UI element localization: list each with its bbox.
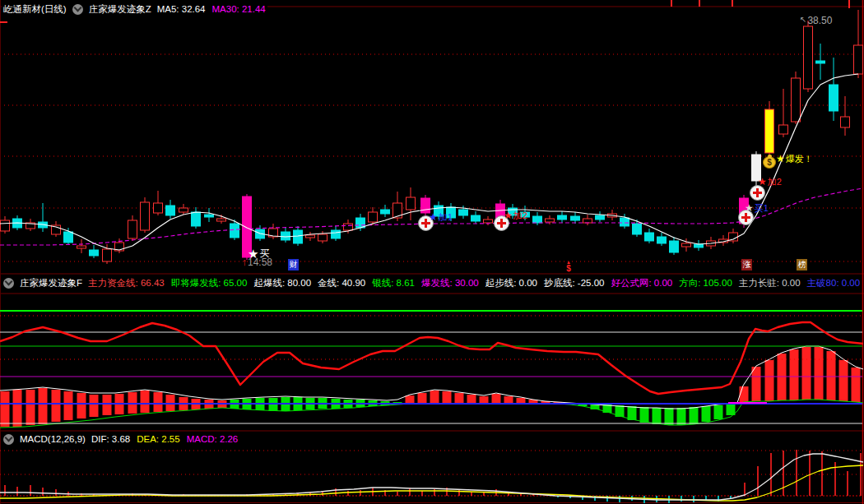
chart-canvas [0,0,864,504]
main-chart-header: 屹通新材(日线) 庄家爆发迹象Z MA5: 32.64MA30: 21.44 [2,3,267,15]
chevron-down-icon[interactable] [72,4,83,15]
indicator-field: 主破80: 0.00 [807,277,861,289]
macd-field: DIF: 3.68 [91,433,130,445]
indicator-field: 抄底线: -25.00 [544,277,605,289]
indicator-field: 起爆线: 80.00 [253,277,311,289]
indicator-field: 银线: 8.61 [372,277,415,289]
indicator-values: 主力资金线: 66.43即将爆发线: 65.00起爆线: 80.00金线: 40… [88,277,860,289]
macd-field: DEA: 2.55 [137,433,179,445]
indicator-panel-name: 庄家爆发迹象F [20,277,82,289]
chevron-down-icon[interactable] [3,434,14,445]
ma-values: MA5: 32.64MA30: 21.44 [157,3,266,15]
macd-values: DIF: 3.68DEA: 2.55MACD: 2.26 [91,433,238,445]
main-indicator-name: 庄家爆发迹象Z [89,3,151,15]
indicator-field: 主力长驻: 0.00 [739,277,801,289]
news-chip-zhang[interactable]: 涨 [741,259,752,270]
tdx-chart-window: ★买↑14:58财★加1★加2▲$★买1★加2$★爆发！涨榜↖38.50 屹通新… [0,0,864,504]
indicator-field: 起步线: 0.00 [485,277,537,289]
indicator-field: 好公式网: 0.00 [611,277,672,289]
indicator-panel-header: 庄家爆发迹象F 主力资金线: 66.43即将爆发线: 65.00起爆线: 80.… [2,277,862,289]
news-chip-bang[interactable]: 榜 [797,259,807,270]
macd-panel-name: MACD(12,26,9) [20,433,86,445]
indicator-field: 即将爆发线: 65.00 [171,277,248,289]
indicator-field: 方向: 105.00 [679,277,732,289]
indicator-field: 主力资金线: 66.43 [88,277,165,289]
news-chip-cai[interactable]: 财 [288,259,299,270]
indicator-field: 金线: 40.90 [318,277,365,289]
indicator-field: 爆发线: 30.00 [421,277,479,289]
ma-value: MA30: 21.44 [212,3,266,15]
macd-panel-header: MACD(12,26,9) DIF: 3.68DEA: 2.55MACD: 2.… [2,433,239,445]
macd-field: MACD: 2.26 [187,433,239,445]
chevron-down-icon[interactable] [3,278,14,289]
stock-title: 屹通新材(日线) [3,3,67,15]
ma-value: MA5: 32.64 [157,3,206,15]
